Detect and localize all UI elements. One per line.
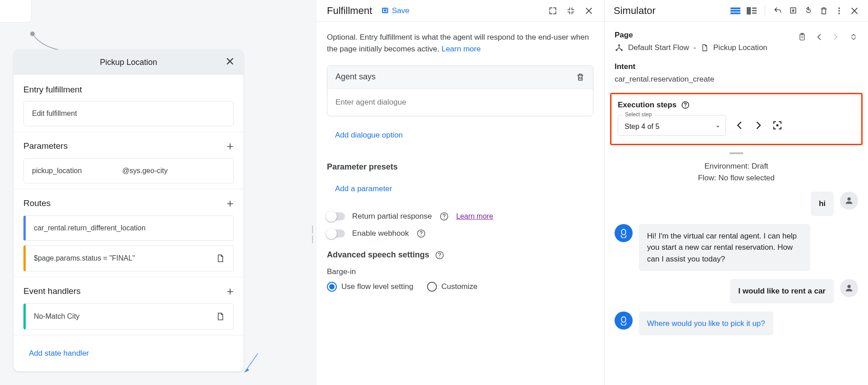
add-event-icon[interactable]: +: [227, 285, 234, 297]
flow-canvas[interactable]: Pickup Location Entry fulfillment Edit f…: [0, 0, 315, 385]
panel-resizer[interactable]: [312, 225, 315, 243]
node-header: Pickup Location: [14, 50, 243, 75]
user-message: I would like to rent a car: [730, 279, 834, 303]
parameter-name: pickup_location: [32, 167, 122, 175]
trash-icon[interactable]: [819, 6, 828, 15]
svg-point-8: [439, 257, 440, 257]
learn-more-link[interactable]: Learn more: [456, 212, 493, 220]
svg-point-6: [421, 235, 422, 236]
page-label: Page: [615, 31, 633, 40]
breadcrumb-sep: -: [693, 43, 696, 52]
radio-unchecked-icon: [427, 282, 437, 292]
bot-avatar-icon: [615, 224, 633, 242]
close-icon[interactable]: [584, 6, 593, 15]
chat-bot-row: Where would you like to pick it up?: [615, 312, 858, 336]
view-split-icon[interactable]: [747, 7, 757, 15]
svg-point-17: [838, 10, 840, 11]
route-intent-label: car_rental.return_different_location: [34, 224, 146, 232]
parameter-presets-heading: Parameter presets: [327, 162, 593, 172]
collapse-icon[interactable]: [849, 32, 858, 41]
radio-customize[interactable]: Customize: [427, 282, 478, 292]
node-title: Pickup Location: [100, 58, 157, 67]
svg-point-21: [618, 44, 620, 46]
radio-flow-label: Use flow level setting: [341, 282, 413, 291]
help-icon[interactable]: [681, 101, 690, 110]
undo-icon[interactable]: [773, 6, 782, 15]
agent-says-label: Agent says: [335, 72, 376, 82]
clipboard-icon[interactable]: [798, 32, 807, 41]
fulfillment-panel: Fulfillment Save Optional. Entry fulfill…: [316, 0, 604, 385]
chevron-right-icon[interactable]: [831, 32, 840, 41]
page-node-card: Pickup Location Entry fulfillment Edit f…: [14, 50, 243, 371]
env-line2: Flow: No flow selected: [615, 172, 858, 184]
fulfillment-header: Fulfillment Save: [316, 0, 604, 22]
chevron-left-icon[interactable]: [815, 32, 824, 41]
step-select[interactable]: Select step Step 4 of 5: [618, 115, 726, 136]
add-parameter-icon[interactable]: +: [227, 140, 234, 152]
simulator-panel: Simulator Page Default Start Flow - Pick…: [604, 0, 868, 385]
webhook-toggle[interactable]: [327, 229, 345, 238]
simulator-header: Simulator: [605, 0, 868, 22]
route-row-condition[interactable]: $page.params.status = "FINAL": [23, 245, 234, 271]
user-avatar-icon: [840, 192, 858, 210]
save-icon: [381, 7, 389, 15]
simulator-title: Simulator: [614, 5, 724, 17]
page-icon: [216, 254, 225, 263]
help-icon[interactable]: [439, 211, 449, 221]
help-icon[interactable]: [416, 229, 426, 238]
parameter-row[interactable]: pickup_location @sys.geo-city: [23, 158, 234, 183]
environment-info: Environment: Draft Flow: No flow selecte…: [615, 160, 858, 183]
intent-value: car_rental.reservation_create: [615, 75, 858, 84]
edit-fulfillment-label: Edit fulfillment: [32, 110, 77, 118]
add-dialogue-link[interactable]: Add dialogue option: [335, 131, 403, 140]
radio-flow-level[interactable]: Use flow level setting: [327, 282, 413, 292]
parameter-entity: @sys.geo-city: [122, 167, 225, 175]
routes-heading: Routes: [23, 198, 51, 208]
intent-label: Intent: [615, 62, 858, 71]
focus-icon[interactable]: [772, 120, 783, 131]
reset-icon[interactable]: [804, 6, 813, 15]
svg-line-1: [245, 353, 258, 372]
svg-rect-15: [752, 12, 757, 14]
exit-fullscreen-icon[interactable]: [566, 6, 575, 15]
help-icon[interactable]: [435, 250, 445, 260]
add-parameter-link[interactable]: Add a parameter: [335, 184, 392, 193]
step-select-value: Step 4 of 5: [625, 123, 659, 130]
route-row-intent[interactable]: car_rental.return_different_location: [23, 215, 234, 241]
trash-icon[interactable]: [576, 72, 585, 82]
svg-rect-12: [747, 7, 751, 14]
add-route-icon[interactable]: +: [227, 197, 234, 209]
step-select-label: Select step: [623, 111, 654, 118]
chevron-down-icon: [715, 124, 721, 130]
canvas-tab[interactable]: [0, 0, 32, 23]
barge-in-label: Barge-in: [327, 267, 593, 276]
svg-point-0: [30, 32, 35, 36]
save-button[interactable]: Save: [381, 6, 409, 15]
view-list-icon[interactable]: [730, 7, 740, 15]
fullscreen-icon[interactable]: [548, 6, 557, 15]
svg-point-4: [444, 218, 445, 219]
event-label: No-Match City: [34, 312, 79, 321]
parameters-heading: Parameters: [23, 141, 68, 151]
close-icon[interactable]: [850, 6, 859, 15]
next-step-icon[interactable]: [753, 120, 764, 131]
edit-fulfillment-button[interactable]: Edit fulfillment: [23, 101, 234, 126]
import-icon[interactable]: [789, 6, 798, 15]
svg-rect-13: [752, 7, 757, 9]
drag-handle[interactable]: [730, 152, 743, 154]
event-row[interactable]: No-Match City: [23, 303, 234, 330]
close-icon[interactable]: [225, 56, 235, 67]
flow-icon: [615, 43, 624, 52]
agent-dialogue-input[interactable]: [327, 89, 593, 116]
page-breadcrumb: Default Start Flow - Pickup Location: [615, 43, 858, 52]
learn-more-link[interactable]: Learn more: [441, 45, 481, 53]
prev-step-icon[interactable]: [734, 120, 745, 131]
partial-response-toggle[interactable]: [327, 212, 345, 220]
svg-point-16: [838, 7, 840, 9]
add-state-handler-link[interactable]: Add state handler: [29, 349, 89, 358]
execution-steps-highlight: Execution steps Select step Step 4 of 5: [610, 93, 863, 145]
bot-message: Hi! I'm the virtual car rental agent. I …: [639, 224, 810, 271]
chat-user-row: I would like to rent a car: [615, 279, 858, 303]
advanced-speech-heading: Advanced speech settings: [327, 250, 429, 260]
more-icon[interactable]: [835, 6, 844, 15]
